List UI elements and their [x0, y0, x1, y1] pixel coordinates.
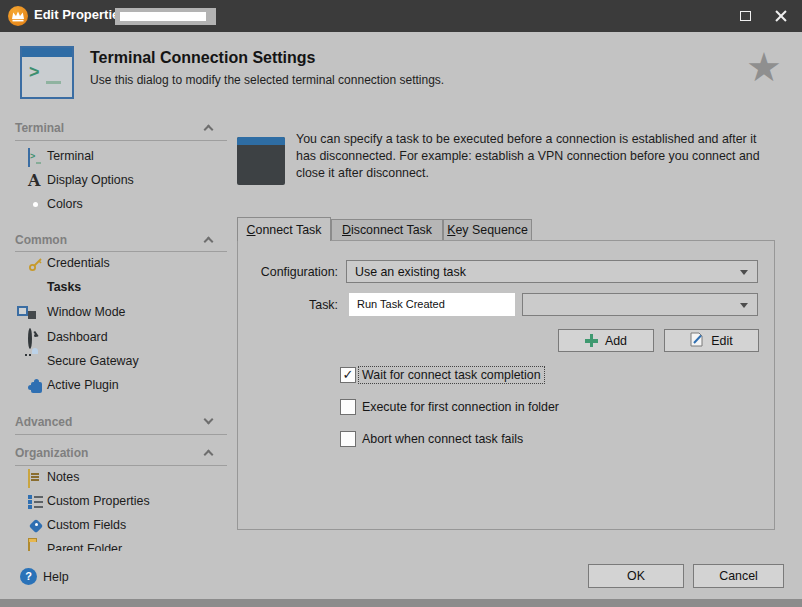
- task-label: Task:: [246, 298, 338, 312]
- configuration-value: Use an existing task: [355, 265, 466, 279]
- add-button[interactable]: Add: [558, 329, 654, 352]
- divider: [15, 140, 227, 141]
- cancel-button[interactable]: Cancel: [693, 564, 784, 588]
- maximize-icon: [740, 11, 751, 21]
- ok-button[interactable]: OK: [588, 564, 684, 588]
- wait-for-completion-checkbox[interactable]: ✓: [340, 367, 356, 383]
- sidebar-item-window-mode[interactable]: Window Mode: [0, 301, 232, 325]
- sidebar-item-parent-folder[interactable]: Parent Folder: [0, 538, 232, 551]
- dashboard-icon: [28, 330, 44, 346]
- edit-properties-dialog: Edit Properties: > Terminal Connection S…: [0, 0, 802, 607]
- help-button[interactable]: ? Help: [0, 566, 230, 590]
- tab-connect-task[interactable]: Connect Task: [237, 217, 331, 241]
- sidebar-item-colors[interactable]: Colors: [0, 193, 232, 217]
- terminal-icon: >: [28, 149, 44, 165]
- sidebar-section-terminal[interactable]: Terminal: [15, 118, 225, 134]
- secure-gateway-icon: [28, 354, 44, 370]
- window-bottom-edge: [0, 599, 802, 607]
- sidebar-item-active-plugin[interactable]: Active Plugin: [0, 374, 232, 398]
- window-mode-icon: [28, 305, 44, 321]
- maximize-button[interactable]: [728, 0, 762, 32]
- configuration-dropdown[interactable]: Use an existing task: [346, 260, 758, 283]
- task-search-input[interactable]: [349, 293, 515, 316]
- close-button[interactable]: [764, 0, 798, 32]
- star-icon[interactable]: ★: [746, 44, 782, 90]
- sidebar-item-tasks[interactable]: Tasks: [0, 276, 232, 300]
- configuration-label: Configuration:: [246, 265, 338, 279]
- tasks-icon: [28, 280, 44, 296]
- chevron-up-icon: [205, 122, 213, 130]
- abort-on-fail-checkbox[interactable]: [340, 431, 356, 447]
- sidebar-section-organization[interactable]: Organization: [15, 443, 225, 459]
- sidebar-item-notes[interactable]: Notes: [0, 466, 232, 490]
- plugin-icon: [28, 378, 44, 394]
- task-description: You can specify a task to be executed be…: [296, 131, 774, 182]
- sidebar-item-custom-properties[interactable]: Custom Properties: [0, 490, 232, 514]
- sidebar-item-custom-fields[interactable]: Custom Fields: [0, 514, 232, 538]
- sidebar-item-secure-gateway[interactable]: Secure Gateway: [0, 350, 232, 374]
- sidebar-item-terminal[interactable]: > Terminal: [0, 145, 232, 169]
- plus-icon: [585, 334, 598, 347]
- abort-on-fail-label[interactable]: Abort when connect task fails: [359, 431, 526, 447]
- sidebar-section-common[interactable]: Common: [15, 230, 225, 246]
- custom-fields-icon: [28, 518, 44, 534]
- tab-key-sequence[interactable]: Key Sequence: [443, 219, 532, 241]
- section-label: Common: [15, 233, 67, 247]
- section-label: Advanced: [15, 415, 72, 429]
- wait-for-completion-label[interactable]: Wait for connect task completion: [359, 367, 544, 383]
- font-icon: A: [28, 173, 44, 189]
- help-icon: ?: [20, 568, 37, 585]
- section-label: Organization: [15, 446, 88, 460]
- chevron-down-icon: [205, 416, 213, 424]
- sidebar-item-dashboard[interactable]: Dashboard: [0, 326, 232, 350]
- custom-properties-icon: [28, 494, 44, 510]
- section-label: Terminal: [15, 121, 64, 135]
- chevron-up-icon: [205, 234, 213, 242]
- sidebar: Terminal > Terminal A Display Options Co…: [0, 0, 232, 551]
- close-icon: [775, 10, 787, 22]
- sidebar-item-display-options[interactable]: A Display Options: [0, 169, 232, 193]
- notes-icon: [28, 470, 44, 486]
- execute-first-connection-label[interactable]: Execute for first connection in folder: [359, 399, 562, 415]
- colors-icon: [28, 197, 44, 213]
- execute-first-connection-checkbox[interactable]: [340, 399, 356, 415]
- folder-icon: [28, 542, 44, 551]
- connect-task-panel: Configuration: Use an existing task Task…: [237, 240, 775, 530]
- key-icon: [28, 256, 44, 272]
- tab-disconnect-task[interactable]: Disconnect Task: [331, 219, 443, 241]
- divider: [15, 434, 227, 435]
- sidebar-section-advanced[interactable]: Advanced: [15, 412, 225, 428]
- sidebar-item-credentials[interactable]: Credentials: [0, 252, 232, 276]
- task-window-icon: [237, 137, 285, 185]
- chevron-up-icon: [205, 447, 213, 455]
- task-dropdown[interactable]: [522, 293, 758, 316]
- edit-page-icon: [690, 332, 704, 350]
- edit-button[interactable]: Edit: [664, 329, 759, 352]
